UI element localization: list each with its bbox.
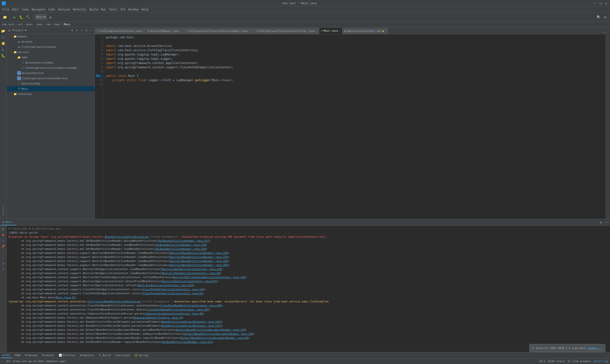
- menu-item-view[interactable]: View: [20, 7, 30, 12]
- sidebar-project-icon[interactable]: 📂: [0, 28, 6, 34]
- project-close-icon[interactable]: ─: [89, 28, 93, 32]
- link-25[interactable]: XmlBeanDefinitionReader.java:511: [162, 340, 212, 344]
- tab-close-controller[interactable]: ✕: [316, 30, 317, 32]
- menu-item-build[interactable]: Build: [88, 7, 99, 12]
- status-event-log[interactable]: Event Log: [594, 360, 608, 363]
- restore-layout-button[interactable]: ⊡: [1, 238, 6, 243]
- code-content[interactable]: package com.haut; import com.haut.servic…: [104, 34, 606, 219]
- link-8[interactable]: AbstractXmlApplicationContext.java:128: [162, 268, 221, 271]
- up-button[interactable]: ↑: [1, 255, 6, 260]
- tree-item-generator-dao[interactable]: C GeneratorDao: [7, 81, 95, 86]
- link-1[interactable]: XmlBeanDefinitionReader.java:417: [158, 239, 209, 242]
- sidebar-structure-icon[interactable]: ☰: [0, 34, 6, 40]
- link-20[interactable]: BeanDefinitionParserDelegate.java:1391: [162, 320, 221, 323]
- tree-item-resources[interactable]: ▸ 📁 resources: [7, 91, 95, 97]
- project-layout-icon[interactable]: ≡: [75, 28, 79, 32]
- link-15[interactable]: Main.java:16: [56, 296, 75, 299]
- tab-main[interactable]: M Main.java ✕: [319, 28, 342, 34]
- link-2[interactable]: XmlBeanDefinitionReader.java:338: [155, 243, 206, 247]
- menu-item-vcs[interactable]: VCS: [119, 7, 127, 12]
- link-11[interactable]: AbstractApplicationContext.java:671: [162, 280, 217, 283]
- breadcrumb-haut[interactable]: haut: [54, 23, 60, 26]
- bottom-tab-run[interactable]: ▶ Run: [1, 353, 12, 358]
- tab-close-main[interactable]: ✕: [339, 29, 340, 32]
- link-17[interactable]: ClassPathBeanDefinitionScanner.java:287: [147, 308, 209, 311]
- run-settings-icon[interactable]: ⚙: [598, 220, 603, 225]
- project-sort-icon[interactable]: ↕: [80, 28, 83, 32]
- menu-item-refactor[interactable]: Refactor: [71, 7, 88, 12]
- tree-item-clothing-service-impl[interactable]: C ClothingClassificationServiceImpl: [7, 65, 95, 70]
- sidebar-favorites-icon[interactable]: ⭐: [0, 40, 6, 46]
- bottom-tab-services[interactable]: ⚙ Services: [113, 353, 132, 358]
- console-output[interactable]: D:\Java\jdk1.8.0_261\bin\java.exe ... [I…: [7, 226, 610, 352]
- tab-close-service-impl[interactable]: ✕: [249, 30, 250, 32]
- menu-item-code[interactable]: Code: [47, 7, 57, 12]
- project-view-button[interactable]: 📁: [2, 14, 8, 20]
- tree-item-account-service-impl[interactable]: C AccountServiceImpl: [7, 60, 95, 65]
- breadcrumb-project[interactable]: ssm_test: [2, 23, 14, 26]
- tab-clothing-classification[interactable]: C ClothingClassification.java ✕: [95, 28, 146, 34]
- tree-item-impl[interactable]: ▾ 📁 impl: [7, 55, 95, 60]
- scroll-end-button[interactable]: ↓: [1, 249, 6, 254]
- menu-item-tools[interactable]: Tools: [108, 7, 119, 12]
- sidebar-database-icon[interactable]: Database: [0, 204, 7, 218]
- tree-item-clothing-classification[interactable]: ● ClothingClassification: [7, 44, 95, 50]
- bottom-tab-build[interactable]: 🔨 Build: [97, 353, 113, 358]
- menu-item-window[interactable]: Window: [127, 7, 140, 12]
- run-minimize-icon[interactable]: ─: [604, 220, 609, 225]
- tab-close-clothing[interactable]: ✕: [143, 30, 144, 32]
- breadcrumb-main-class[interactable]: Main: [64, 23, 70, 26]
- link-18[interactable]: ComponentScanAnnotationParser.java:90: [144, 312, 203, 315]
- menu-item-analyze[interactable]: Analyze: [56, 7, 71, 12]
- maximize-button[interactable]: □: [598, 1, 602, 5]
- pin-tab-button[interactable]: 📌: [1, 244, 6, 249]
- close-button[interactable]: ✕: [604, 1, 608, 5]
- run-config-dropdown[interactable]: Main ▼: [35, 14, 47, 20]
- tab-close-mapper[interactable]: ✕: [180, 30, 181, 32]
- tab-clothing-service-impl[interactable]: C ClothingClassificationServiceImpl.java…: [183, 28, 252, 34]
- tab-close-ctx[interactable]: ✕: [384, 30, 386, 32]
- project-gear-icon[interactable]: ⚙: [70, 28, 74, 32]
- link-13[interactable]: ClassPathXmlApplicationContext.java:144: [143, 288, 204, 291]
- sidebar-debug-icon[interactable]: 🐛: [0, 53, 6, 59]
- settings-button[interactable]: ⚙: [602, 14, 608, 20]
- tree-item-service[interactable]: ▾ 📁 service: [7, 50, 95, 55]
- bottom-tab-problems[interactable]: Problems: [23, 353, 40, 358]
- debug-button[interactable]: 🐛: [18, 14, 24, 20]
- breadcrumb-main[interactable]: main: [26, 23, 33, 26]
- tree-item-domain[interactable]: ▾ 📁 domain: [7, 34, 95, 39]
- tab-account-mapper[interactable]: ⚙ AccountMapper.java ✕: [146, 28, 183, 34]
- menu-item-run[interactable]: Run: [99, 7, 108, 12]
- notification-update-link[interactable]: Update...: [588, 347, 602, 350]
- breadcrumb-com[interactable]: com: [46, 23, 51, 26]
- link-6[interactable]: AbstractBeanDefinitionReader.java:203: [170, 260, 228, 263]
- menu-item-navigate[interactable]: Navigate: [30, 7, 47, 12]
- link-4[interactable]: AbstractBeanDefinitionReader.java:196: [170, 251, 228, 255]
- search-button[interactable]: 🔍: [596, 14, 601, 20]
- rerun-button[interactable]: ▶: [1, 227, 6, 232]
- link-24[interactable]: DefaultBeanDefinitionDocumentReader.java…: [180, 336, 248, 339]
- settings-button[interactable]: ⚙: [1, 267, 6, 272]
- filter-button[interactable]: ⊕: [1, 261, 6, 266]
- conflicting-bean-link[interactable]: ConflictingBeanDefinitionException: [87, 300, 141, 303]
- link-23[interactable]: DefaultBeanDefinitionDocumentReader.java…: [184, 332, 253, 336]
- link-19[interactable]: NamespaceHandlerSupport.java:74: [133, 316, 182, 319]
- link-14[interactable]: ClassPathXmlApplicationContext.java:85: [143, 292, 203, 295]
- tab-application-context[interactable]: X applicationContext.xml ● ✕: [342, 28, 388, 34]
- link-10[interactable]: AbstractRefreshableApplicationContext.ja…: [173, 276, 245, 279]
- breadcrumb-src[interactable]: src: [18, 23, 23, 26]
- link-5[interactable]: AbstractBeanDefinitionReader.java:232: [170, 256, 228, 259]
- bottom-tab-profiler[interactable]: 📊 Profiler: [57, 353, 78, 358]
- link-9[interactable]: AbstractXmlApplicationContext.java:94: [162, 272, 220, 275]
- bottom-tab-endpoints[interactable]: Endpoints: [78, 353, 96, 358]
- link-7[interactable]: AbstractBeanDefinitionReader.java:265: [170, 264, 228, 267]
- sidebar-run-icon[interactable]: ▶: [0, 47, 6, 52]
- run-tab-main[interactable]: ▶ Main ✕: [1, 220, 16, 225]
- breadcrumb-java[interactable]: java: [36, 23, 42, 26]
- bean-def-store-exception-link[interactable]: BeanDefinitionStoreException: [105, 235, 149, 238]
- link-21[interactable]: BeanDefinitionParserDelegate.java:1371: [162, 324, 221, 327]
- menu-item-file[interactable]: File: [1, 7, 11, 12]
- bottom-tab-todo[interactable]: TODO: [13, 353, 23, 358]
- status-position[interactable]: 34:1 (4145 chars, 31 line breaks): [539, 360, 591, 363]
- link-3[interactable]: XmlBeanDefinitionReader.java:310: [155, 247, 206, 250]
